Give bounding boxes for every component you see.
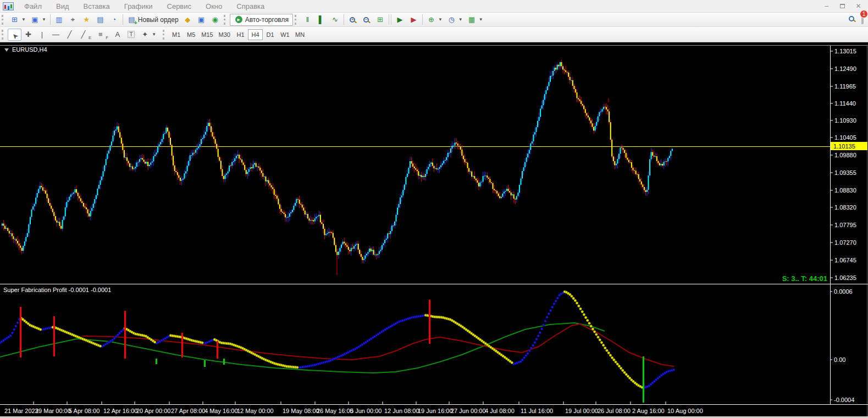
text-icon: A: [113, 30, 122, 39]
menu-item-1[interactable]: Вид: [49, 1, 76, 12]
signals-icon: ◉: [211, 15, 220, 24]
chevron-down-icon[interactable]: ▼: [42, 17, 46, 22]
date-tick: 19 May 08:00: [283, 408, 319, 414]
tile-windows-button[interactable]: ⊞: [373, 14, 387, 26]
templates-button[interactable]: ▦▼: [465, 14, 485, 26]
timeframe-MN[interactable]: MN: [292, 29, 307, 40]
auto-scroll-button[interactable]: ▶: [393, 14, 407, 26]
timeframe-W1[interactable]: W1: [278, 29, 292, 40]
chevron-down-icon[interactable]: ▼: [152, 32, 156, 37]
date-tick: 11 Jul 16:00: [521, 408, 553, 414]
periods-button[interactable]: ◷▼: [445, 14, 465, 26]
chevron-down-icon[interactable]: ▼: [438, 17, 443, 22]
restore-button[interactable]: [835, 1, 850, 11]
signals-button[interactable]: ◉: [208, 14, 222, 26]
menu-item-5[interactable]: Окно: [198, 1, 229, 12]
timeframe-D1[interactable]: D1: [263, 29, 278, 40]
chart-shift-icon: ▶: [409, 15, 418, 24]
menu-item-0[interactable]: Файл: [17, 1, 49, 12]
timeframe-H4[interactable]: H4: [248, 29, 263, 40]
indicators-button[interactable]: ⊕▼: [424, 14, 445, 26]
new-order-button[interactable]: ▤+Новый ордер: [125, 14, 181, 26]
autotrade-button[interactable]: ▶Авто-торговля: [230, 14, 293, 26]
tool-horizontal-line[interactable]: —: [49, 29, 63, 41]
line-chart-icon: ∿: [330, 15, 340, 24]
indicator-pane[interactable]: Super Fabrication Profit -0.0001 -0.0001: [0, 287, 675, 403]
line-chart-button[interactable]: ∿: [328, 14, 342, 26]
ea-status-text: S: 3.. T: 44:01: [782, 274, 827, 283]
profiles-button[interactable]: ▣▼: [28, 14, 48, 26]
trendline-icon: ╱: [65, 30, 74, 39]
terminal-button[interactable]: ▤: [93, 14, 107, 26]
date-tick: 5 Jun 00:00: [350, 408, 382, 414]
price-tick: 1.08320: [834, 204, 856, 211]
price-chart[interactable]: EURUSD,H4S: 3.. T: 44:01Super Fabricatio…: [0, 43, 868, 416]
new-chart-button[interactable]: ⊞▼: [8, 14, 28, 26]
indicator-scale-tick: 0.00: [834, 356, 845, 363]
tool-text[interactable]: A: [110, 29, 124, 41]
chevron-down-icon[interactable]: ▼: [21, 17, 26, 22]
symbol-collapse-icon[interactable]: [4, 48, 9, 52]
new-chart-icon: ⊞: [10, 15, 19, 24]
menu-item-3[interactable]: Графики: [117, 1, 160, 12]
metaeditor-button[interactable]: ◆: [181, 14, 195, 26]
equidistant-channel-icon: ╱: [79, 30, 88, 39]
tool-vertical-line[interactable]: |: [35, 29, 49, 41]
timeframe-M15[interactable]: M15: [198, 29, 215, 40]
navigator-icon: ★: [82, 15, 91, 24]
date-tick: 20 Apr 00:00: [136, 408, 170, 414]
menu-item-6[interactable]: Справка: [229, 1, 272, 12]
price-tick: 1.10405: [834, 134, 856, 141]
chevron-down-icon[interactable]: ▼: [458, 17, 463, 22]
navigator-button[interactable]: ★: [80, 14, 93, 26]
chart-shift-button[interactable]: ▶: [407, 14, 421, 26]
notifications-icon[interactable]: 1: [861, 14, 864, 24]
toolbar-tools: ➤✚|—╱╱E≡FAT✦▼M1M5M15M30H1H4D1W1MN: [0, 27, 868, 42]
timeframe-M5[interactable]: M5: [184, 29, 198, 40]
tool-fibonacci[interactable]: ≡F: [93, 29, 110, 41]
candle-chart-button[interactable]: ▌: [314, 14, 328, 26]
timeframe-M1[interactable]: M1: [169, 29, 184, 40]
price-tick: 1.06745: [834, 257, 856, 263]
chart-window[interactable]: EURUSD,H4S: 3.. T: 44:01Super Fabricatio…: [0, 43, 868, 416]
last-price-value: 1.10135: [833, 143, 855, 150]
zoom-out-button[interactable]: −: [360, 14, 373, 26]
price-tick: 1.07270: [834, 239, 856, 246]
zoom-in-button[interactable]: +: [346, 14, 360, 26]
timeframe-H1[interactable]: H1: [233, 29, 248, 40]
tool-text-label[interactable]: T: [124, 29, 138, 41]
timeframe-M30[interactable]: M30: [216, 29, 233, 40]
zoom-in-icon: +: [348, 15, 357, 24]
terminal-icon: ▤: [96, 15, 105, 24]
data-window-button[interactable]: ⌖: [66, 14, 80, 26]
tool-cursor[interactable]: ➤: [8, 29, 21, 41]
date-tick: 29 Mar 00:00: [35, 408, 71, 414]
market-watch-button[interactable]: ▥: [52, 14, 66, 26]
arrows-icon: ✦: [140, 30, 150, 39]
experts-button[interactable]: ▣: [195, 14, 208, 26]
bar-chart-icon: ‖: [303, 15, 312, 24]
date-axis[interactable]: 21 Mar 202329 Mar 00:005 Apr 08:0012 Apr…: [4, 402, 703, 414]
main-price-pane[interactable]: EURUSD,H4S: 3.. T: 44:01: [0, 46, 830, 283]
restore-icon: [840, 4, 845, 8]
price-axis[interactable]: 1.130151.124901.119651.114401.109301.104…: [831, 48, 867, 403]
zoom-out-icon: −: [362, 15, 371, 24]
vertical-line-icon: |: [37, 30, 47, 39]
search-icon[interactable]: [847, 14, 856, 24]
menu-item-4[interactable]: Сервис: [160, 1, 199, 12]
chevron-down-icon[interactable]: ▼: [479, 17, 483, 22]
bar-chart-button[interactable]: ‖: [301, 14, 314, 26]
menu-item-2[interactable]: Вставка: [76, 1, 117, 12]
tool-crosshair[interactable]: ✚: [21, 29, 35, 41]
price-tick: 1.11965: [834, 83, 856, 90]
tool-equidistant-channel[interactable]: ╱E: [76, 29, 93, 41]
date-tick: 12 Jun 08:00: [384, 408, 419, 414]
date-tick: 10 Aug 00:00: [667, 408, 703, 414]
date-tick: 26 May 16:00: [317, 408, 353, 414]
date-tick: 12 May 00:00: [237, 408, 274, 414]
strategy-tester-button[interactable]: ◔: [107, 14, 121, 26]
tool-arrows[interactable]: ✦▼: [138, 29, 158, 41]
market-watch-icon: ▥: [54, 15, 64, 24]
minimize-button[interactable]: –: [819, 1, 834, 11]
tool-trendline[interactable]: ╱: [63, 29, 76, 41]
